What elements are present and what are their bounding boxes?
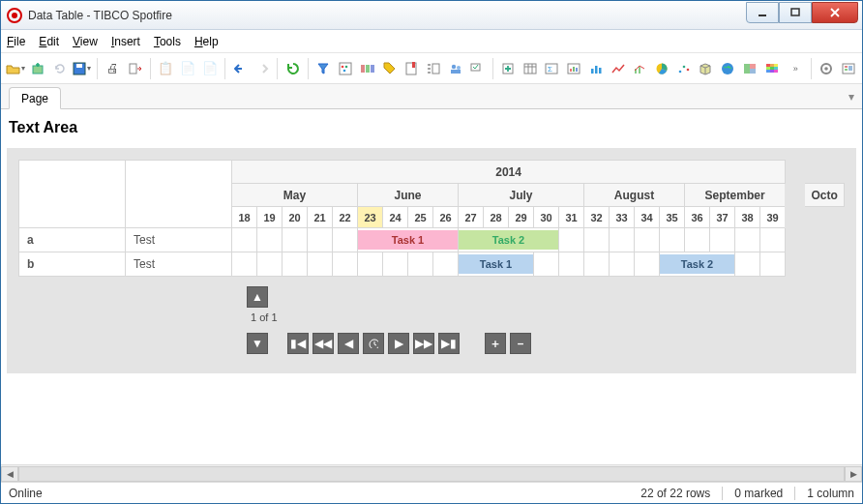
svg-point-36 <box>686 68 689 71</box>
gantt-row-label: Test <box>126 252 232 277</box>
pane-title: Text Area <box>1 109 862 142</box>
scroll-left-button[interactable]: ◀ <box>1 466 18 482</box>
gantt-month: September <box>685 184 786 207</box>
gantt-bar[interactable]: Task 1 <box>358 228 459 252</box>
3dscatter-button[interactable] <box>696 58 716 79</box>
pager-down-button[interactable]: ▼ <box>247 333 268 354</box>
svg-rect-2 <box>33 66 43 74</box>
copy-button[interactable]: 📋 <box>156 58 176 79</box>
svg-rect-47 <box>766 70 770 73</box>
pie-chart-button[interactable] <box>652 58 672 79</box>
scatter-button[interactable] <box>673 58 694 79</box>
gantt-cell <box>635 228 660 252</box>
nav-prev-fast-button[interactable]: ◀◀ <box>312 333 334 354</box>
refresh-data-button[interactable] <box>50 58 71 79</box>
scroll-right-button[interactable]: ▶ <box>845 466 862 482</box>
details-button[interactable] <box>357 58 377 79</box>
gantt-cell <box>333 252 358 277</box>
gantt-week: 29 <box>509 207 534 228</box>
scroll-track[interactable] <box>18 466 845 482</box>
menu-file[interactable]: File <box>7 35 25 48</box>
data-panel-button[interactable] <box>336 58 356 79</box>
gantt-edge <box>786 228 805 252</box>
heatmap-button[interactable] <box>761 58 782 79</box>
line-chart-button[interactable] <box>608 58 628 79</box>
collaboration-button[interactable] <box>445 58 465 79</box>
gantt-row: bTestTask 1Task 2 <box>19 252 845 277</box>
gantt-week: 28 <box>484 207 509 228</box>
lists-button[interactable] <box>423 58 443 79</box>
svg-rect-46 <box>774 67 778 70</box>
crosstable-button[interactable]: Σ <box>542 58 562 79</box>
gantt-bar[interactable]: Task 2 <box>660 252 735 277</box>
gantt-week: 33 <box>610 207 635 228</box>
status-online: Online <box>9 487 43 500</box>
scroll-thumb[interactable] <box>19 467 844 481</box>
combo-chart-button[interactable] <box>630 58 650 79</box>
gantt-cell <box>584 252 610 277</box>
gantt-cell <box>660 228 685 252</box>
nav-prev-button[interactable]: ◀ <box>338 333 359 354</box>
gantt-cell <box>610 252 635 277</box>
settings-button[interactable] <box>817 58 837 79</box>
bookmarks-button[interactable] <box>402 58 422 79</box>
svg-rect-10 <box>361 65 365 73</box>
nav-last-button[interactable]: ▶▮ <box>438 333 460 354</box>
tab-overflow-button[interactable]: ▾ <box>848 90 854 104</box>
undo-button[interactable] <box>230 58 251 79</box>
pager-up-button[interactable]: ▲ <box>247 286 268 308</box>
find-button[interactable] <box>467 58 488 79</box>
add-data-button[interactable] <box>28 58 48 79</box>
gantt-cell <box>559 252 584 277</box>
print-button[interactable]: 🖨 <box>103 58 123 79</box>
reload-button[interactable] <box>283 58 303 79</box>
gantt-cell <box>710 228 735 252</box>
toolbar: ▾ ▾ 🖨 📋 📄 📄 <box>1 53 862 84</box>
bar-chart-button[interactable] <box>585 58 606 79</box>
export-button[interactable] <box>125 58 145 79</box>
menu-help[interactable]: Help <box>194 35 219 48</box>
gantt-bar[interactable]: Task 2 <box>459 228 559 252</box>
svg-rect-0 <box>759 15 766 16</box>
new-page-button[interactable] <box>498 58 519 79</box>
gantt-table: 2014MayJuneJulyAugustSeptemberOcto181920… <box>18 160 845 277</box>
graphical-table-button[interactable] <box>564 58 584 79</box>
gantt-cell <box>584 228 610 252</box>
save-button[interactable]: ▾ <box>72 58 92 79</box>
zoom-out-button[interactable]: － <box>510 333 531 354</box>
tab-page[interactable]: Page <box>9 87 61 109</box>
zoom-in-button[interactable]: ＋ <box>485 333 506 354</box>
table-vis-button[interactable] <box>520 58 540 79</box>
map-chart-button[interactable] <box>718 58 738 79</box>
nav-today-button[interactable] <box>363 333 384 354</box>
menu-tools[interactable]: Tools <box>154 35 181 48</box>
menu-insert[interactable]: Insert <box>111 35 140 48</box>
minimize-button[interactable] <box>746 2 779 23</box>
svg-point-8 <box>345 65 348 68</box>
gantt-bar[interactable]: Task 1 <box>459 252 534 277</box>
nav-first-button[interactable]: ▮◀ <box>287 333 309 354</box>
nav-next-button[interactable]: ▶ <box>388 333 409 354</box>
gantt-row-label: Test <box>126 228 232 252</box>
menu-edit[interactable]: Edit <box>39 35 59 48</box>
menu-view[interactable]: View <box>73 35 98 48</box>
svg-rect-55 <box>848 66 852 71</box>
status-cols: 1 column <box>807 487 854 500</box>
maximize-button[interactable] <box>779 2 812 23</box>
open-button[interactable]: ▾ <box>5 58 26 79</box>
redo-button[interactable] <box>253 58 273 79</box>
horizontal-scrollbar[interactable]: ◀ ▶ <box>1 464 862 482</box>
filter-button[interactable] <box>313 58 334 79</box>
tags-button[interactable] <box>379 58 400 79</box>
paste-special-button[interactable]: 📄 <box>199 58 220 79</box>
close-button[interactable] <box>812 2 858 23</box>
svg-rect-41 <box>766 64 770 67</box>
paste-button[interactable]: 📄 <box>177 58 197 79</box>
svg-rect-21 <box>524 64 536 74</box>
treemap-button[interactable] <box>739 58 759 79</box>
nav-next-fast-button[interactable]: ▶▶ <box>413 333 434 354</box>
gantt-week: 36 <box>685 207 710 228</box>
app-icon <box>7 8 22 23</box>
vis-props-button[interactable] <box>838 58 858 79</box>
more-vis-button[interactable]: » <box>786 58 806 79</box>
